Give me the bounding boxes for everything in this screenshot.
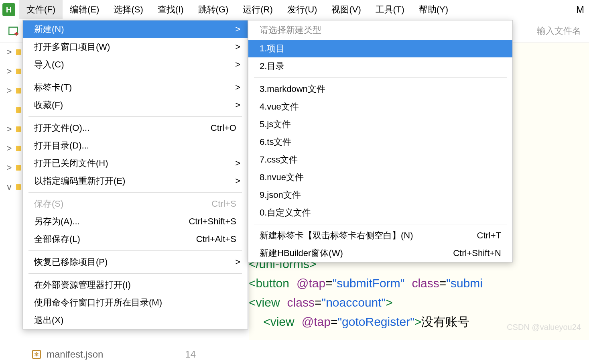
folder-icon (16, 49, 21, 55)
menu-item-label: 打开文件(O)... (34, 122, 211, 134)
chevron-right-icon: > (6, 143, 13, 154)
new-menu-item[interactable]: 0.自定义文件 (248, 204, 512, 222)
tree-item[interactable] (0, 100, 24, 120)
folder-icon (16, 165, 21, 171)
menu-item-label: 3.markdown文件 (260, 83, 501, 95)
menu-separator (28, 250, 242, 251)
file-menu-item[interactable]: 打开已关闭文件(H)> (23, 155, 248, 172)
filename-input-placeholder[interactable]: 输入文件名 (537, 25, 581, 37)
new-project-icon[interactable] (8, 25, 19, 37)
file-menu-item[interactable]: 新建(N)> (23, 20, 248, 38)
file-menu-item[interactable]: 恢复已移除项目(P)> (23, 253, 248, 271)
new-menu-item[interactable]: 新建标签卡【双击标签卡右侧空白】(N)Ctrl+T (248, 227, 512, 244)
menu-item-label: 6.ts文件 (260, 136, 501, 148)
menu-view[interactable]: 视图(V) (324, 0, 368, 19)
menu-item-label: 保存(S) (34, 198, 211, 210)
file-menu-item[interactable]: 收藏(F)> (23, 96, 248, 114)
menu-separator (28, 76, 242, 76)
menu-select[interactable]: 选择(S) (106, 0, 150, 19)
menu-shortcut: Ctrl+Shift+N (453, 248, 501, 258)
chevron-right-icon: > (235, 24, 240, 35)
new-menu-item[interactable]: 1.项目 (248, 40, 512, 57)
menu-shortcut: Ctrl+S (211, 199, 236, 209)
chevron-right-icon: > (6, 85, 13, 96)
menu-item-label: 2.目录 (260, 60, 501, 72)
tree-item[interactable]: > (0, 62, 24, 81)
file-name: manifest.json (47, 349, 103, 360)
folder-icon (16, 69, 21, 74)
file-menu-item[interactable]: 导入(C)> (23, 56, 248, 73)
tree-item[interactable]: > (0, 43, 24, 62)
new-menu-item[interactable]: 6.ts文件 (248, 133, 512, 151)
gear-icon: ✻ (32, 350, 41, 359)
menubar-right-char: M (576, 4, 587, 15)
menu-item-label: 新建标签卡【双击标签卡右侧空白】(N) (260, 230, 477, 242)
folder-icon (16, 126, 21, 132)
file-menu-item[interactable]: 使用命令行窗口打开所在目录(M) (23, 294, 248, 311)
menu-edit[interactable]: 编辑(E) (63, 0, 106, 19)
chevron-right-icon: > (235, 158, 240, 169)
menu-item-label: 5.js文件 (260, 118, 501, 130)
new-menu-item[interactable]: 2.目录 (248, 57, 512, 75)
folder-icon (16, 146, 21, 151)
tree-item[interactable]: > (0, 139, 24, 158)
chevron-right-icon: > (235, 100, 240, 110)
new-menu-item[interactable]: 8.nvue文件 (248, 169, 512, 186)
menu-find[interactable]: 查找(I) (150, 0, 191, 19)
file-menu-item[interactable]: 保存(S)Ctrl+S (23, 195, 248, 213)
menu-publish[interactable]: 发行(U) (280, 0, 325, 19)
menu-item-label: 导入(C) (34, 59, 236, 71)
chevron-right-icon: > (6, 124, 13, 134)
file-menu-item[interactable]: 以指定编码重新打开(E)> (23, 172, 248, 190)
menu-shortcut: Ctrl+Shift+S (189, 216, 236, 227)
menu-item-label: 全部保存(L) (34, 233, 196, 245)
bottom-file-row[interactable]: ✻ manifest.json 14 (32, 349, 196, 360)
menu-item-label: 4.vue文件 (260, 101, 501, 113)
menu-item-label: 以指定编码重新打开(E) (34, 175, 236, 187)
new-menu-item[interactable]: 3.markdown文件 (248, 80, 512, 98)
chevron-right-icon: > (6, 47, 13, 57)
new-menu-item[interactable]: 7.css文件 (248, 151, 512, 169)
file-menu-item[interactable]: 打开多窗口项目(W)> (23, 38, 248, 56)
menu-separator (28, 116, 242, 117)
new-menu-item[interactable]: 新建HBuilder窗体(W)Ctrl+Shift+N (248, 244, 512, 262)
menu-item-label: 使用命令行窗口打开所在目录(M) (34, 297, 236, 309)
file-menu-item[interactable]: 在外部资源管理器打开(I) (23, 276, 248, 294)
menu-shortcut: Ctrl+Alt+S (196, 234, 236, 244)
file-menu-item[interactable]: 另存为(A)...Ctrl+Shift+S (23, 213, 248, 230)
file-menu-item[interactable]: 标签卡(T)> (23, 79, 248, 96)
new-menu-item[interactable]: 9.json文件 (248, 186, 512, 204)
tree-item[interactable]: > (0, 158, 24, 177)
menu-separator (254, 224, 507, 224)
menu-goto[interactable]: 跳转(G) (191, 0, 236, 19)
menu-item-label: 标签卡(T) (34, 81, 236, 94)
menu-shortcut: Ctrl+O (211, 123, 236, 133)
tree-item[interactable]: > (0, 81, 24, 100)
menu-file[interactable]: 文件(F) (19, 0, 63, 19)
file-menu-item[interactable]: 退出(X) (23, 311, 248, 329)
file-menu-item[interactable]: 打开文件(O)...Ctrl+O (23, 119, 248, 137)
sidebar-tree: > > > > > > v (0, 43, 24, 364)
menu-run[interactable]: 运行(R) (236, 0, 280, 19)
menu-item-label: 9.json文件 (260, 189, 501, 201)
chevron-down-icon: v (6, 182, 13, 192)
menu-item-label: 7.css文件 (260, 154, 501, 166)
menu-item-label: 新建HBuilder窗体(W) (260, 247, 453, 259)
new-submenu: 请选择新建类型1.项目2.目录3.markdown文件4.vue文件5.js文件… (248, 20, 513, 262)
menu-item-label: 收藏(F) (34, 99, 236, 111)
folder-icon (16, 88, 21, 94)
chevron-right-icon: > (6, 66, 13, 77)
new-menu-item[interactable]: 4.vue文件 (248, 98, 512, 116)
menu-item-label: 打开已关闭文件(H) (34, 157, 236, 169)
menu-separator (28, 192, 242, 193)
chevron-right-icon: > (235, 42, 240, 52)
file-menu-item[interactable]: 全部保存(L)Ctrl+Alt+S (23, 230, 248, 248)
file-menu-item[interactable]: 打开目录(D)... (23, 137, 248, 155)
menu-item-label: 1.项目 (260, 43, 501, 55)
tree-item[interactable]: v (0, 177, 24, 197)
tree-item[interactable]: > (0, 120, 24, 139)
new-menu-item[interactable]: 5.js文件 (248, 116, 512, 133)
menu-tools[interactable]: 工具(T) (368, 0, 412, 19)
menu-help[interactable]: 帮助(Y) (412, 0, 455, 19)
menu-item-label: 0.自定义文件 (260, 207, 501, 219)
